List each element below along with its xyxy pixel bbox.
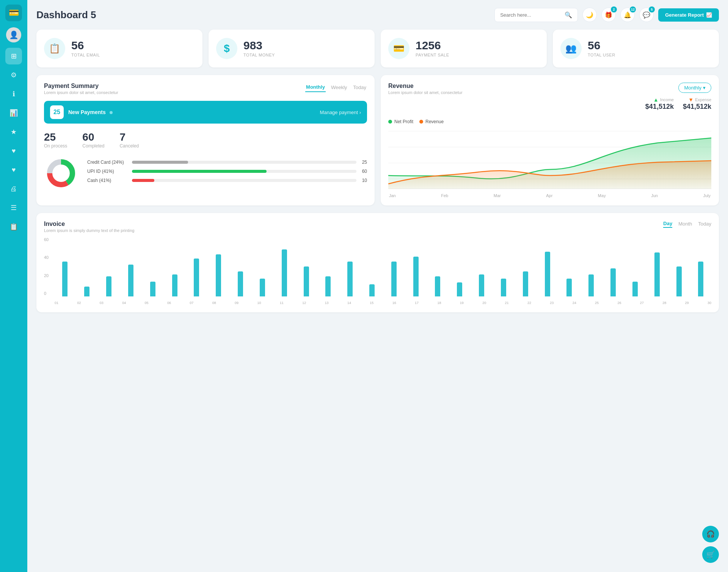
tab-monthly[interactable]: Monthly (305, 83, 326, 92)
bar-col-30 (690, 237, 711, 296)
search-input[interactable] (500, 12, 562, 18)
invoice-tab-month[interactable]: Month (678, 221, 692, 227)
stat-label-money: TOTAL MONEY (243, 53, 275, 57)
sidebar-item-list[interactable]: 📋 (5, 218, 22, 235)
list-icon: 📋 (9, 223, 18, 231)
bar-col-23 (537, 237, 558, 296)
bar-rect-25 (588, 274, 594, 296)
y-label-40: 40 (44, 255, 49, 260)
bar-rect-22 (523, 271, 528, 296)
progress-label-cc: Credit Card (24%) (87, 160, 129, 165)
gift-btn[interactable]: 🎁 2 (601, 8, 616, 22)
bar-chart-icon: 📈 (706, 12, 712, 18)
bell-icon: 🔔 (624, 11, 631, 19)
x-label-03: 03 (100, 301, 104, 305)
stat-label-email: TOTAL EMAIL (71, 53, 100, 57)
gift-icon: 🎁 (605, 11, 612, 19)
heart-icon: ♥ (12, 147, 16, 155)
stat-label-user: TOTAL USER (588, 53, 615, 57)
invoice-header: Invoice Lorem ipsum is simply dummy text… (44, 221, 711, 233)
x-label-25: 25 (595, 301, 599, 305)
search-icon: 🔍 (565, 11, 572, 19)
x-label-jun: Jun (651, 193, 658, 198)
sidebar-item-menu[interactable]: ☰ (5, 199, 22, 216)
search-box[interactable]: 🔍 (494, 8, 578, 22)
revenue-title: Revenue (388, 83, 463, 89)
bar-rect-5 (150, 282, 155, 297)
income-expense: ▲ Income $41,512k ▼ Expense $41,512k (645, 97, 711, 111)
legend-label-net-profit: Net Profit (394, 119, 413, 124)
chat-icon: 💬 (643, 11, 650, 19)
sidebar-item-print[interactable]: 🖨 (5, 180, 22, 197)
x-label-29: 29 (685, 301, 689, 305)
sidebar-item-dashboard[interactable]: ⊞ (5, 48, 22, 64)
x-label-01: 01 (55, 301, 58, 305)
bar-rect-14 (347, 262, 353, 296)
bar-rect-9 (238, 271, 243, 296)
chevron-down-icon: ▾ (703, 85, 706, 91)
stat-on-process: 25 On process (44, 131, 67, 149)
sidebar-item-settings[interactable]: ⚙ (5, 67, 22, 83)
bar-rect-17 (413, 257, 419, 296)
moon-btn[interactable]: 🌙 (582, 8, 597, 22)
sidebar-item-info[interactable]: ℹ (5, 86, 22, 102)
legend-dot-net-profit (388, 120, 392, 124)
bar-col-1 (55, 237, 75, 296)
sidebar-avatar[interactable]: 👤 (6, 27, 21, 42)
x-label-08: 08 (212, 301, 216, 305)
x-label-apr: Apr (546, 193, 552, 198)
stat-num-user: 56 (588, 40, 615, 51)
stat-num-email: 56 (71, 40, 100, 51)
bell-btn[interactable]: 🔔 12 (620, 8, 635, 22)
sidebar-item-star[interactable]: ★ (5, 124, 22, 140)
sidebar-logo[interactable]: 💳 (5, 5, 22, 21)
donut-chart (44, 156, 78, 190)
bar-rect-15 (369, 284, 375, 296)
x-label-09: 09 (235, 301, 238, 305)
x-label-jan: Jan (389, 193, 396, 198)
bar-rect-1 (62, 262, 67, 296)
bar-rect-30 (698, 262, 703, 296)
sidebar-item-chart[interactable]: 📊 (5, 105, 22, 121)
tab-weekly[interactable]: Weekly (330, 83, 348, 92)
manage-payment-link[interactable]: Manage payment › (320, 110, 361, 115)
bar-rect-20 (479, 274, 484, 296)
payment-summary-subtitle: Lorem ipsum dolor sit amet, consectetur (44, 90, 118, 95)
x-label-16: 16 (392, 301, 396, 305)
payment-summary-tabs: Monthly Weekly Today (305, 83, 367, 92)
gift-badge: 2 (611, 6, 617, 13)
on-process-num: 25 (44, 131, 67, 143)
revenue-monthly-button[interactable]: Monthly ▾ (678, 83, 711, 93)
bar-rect-16 (391, 262, 397, 296)
x-label-22: 22 (527, 301, 531, 305)
canceled-label: Canceled (119, 143, 139, 149)
income-label: ▲ Income (653, 97, 674, 103)
bar-rect-12 (304, 266, 309, 296)
page-title: Dashboard 5 (36, 9, 96, 21)
invoice-tab-day[interactable]: Day (663, 221, 672, 228)
new-payments-count: 25 (50, 105, 64, 119)
progress-row-upi: UPI ID (41%) 60 (87, 169, 367, 174)
bar-rect-7 (194, 259, 199, 296)
payment-bottom: Credit Card (24%) 25 UPI ID (41%) 60 (44, 156, 367, 190)
revenue-legend: Net Profit Revenue (388, 119, 711, 124)
sidebar-item-heart[interactable]: ♥ (5, 143, 22, 159)
income-value: $41,512k (645, 103, 674, 111)
bar-rect-11 (282, 249, 287, 296)
bar-col-20 (471, 237, 492, 296)
x-label-24: 24 (573, 301, 576, 305)
chat-btn[interactable]: 💬 5 (639, 8, 654, 22)
revenue-chart-area (388, 127, 711, 192)
bell-badge: 12 (630, 6, 636, 13)
tab-today[interactable]: Today (352, 83, 367, 92)
invoice-tab-today[interactable]: Today (698, 221, 711, 227)
new-payments-bar: 25 New Payments Manage payment › (44, 101, 367, 124)
payment-summary-card: Payment Summary Lorem ipsum dolor sit am… (36, 75, 375, 205)
bar-rect-6 (172, 274, 177, 296)
fab-support-button[interactable]: 🎧 (702, 526, 719, 542)
avatar-icon: 👤 (9, 30, 19, 39)
generate-report-button[interactable]: Generate Report 📈 (658, 8, 719, 22)
bar-chart-area: 0 20 40 60 01020304050607080910111213141… (44, 237, 711, 305)
sidebar-item-heart2[interactable]: ♥ (5, 161, 22, 178)
fab-cart-button[interactable]: 🛒 (702, 546, 719, 563)
